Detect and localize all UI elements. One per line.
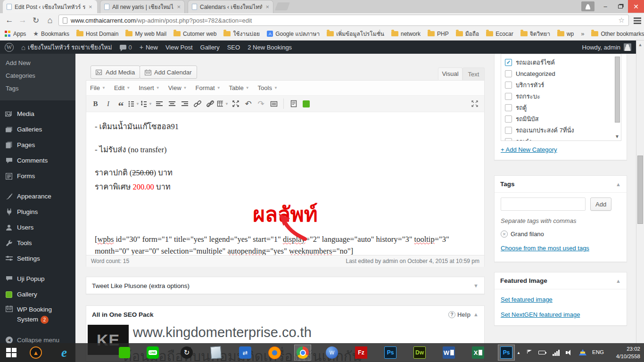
undo-button[interactable]: ↶ [242, 98, 254, 110]
taskbar-filezilla[interactable]: Fz [355, 346, 368, 359]
collapse-toggle-icon[interactable]: ▼ [473, 283, 479, 288]
set-nextgen-featured-image-link[interactable]: Set NextGEN featured image [501, 311, 580, 318]
taskbar-green-app[interactable] [118, 346, 131, 359]
profile-button[interactable] [581, 1, 594, 11]
checkbox[interactable] [505, 82, 512, 89]
network-signal-icon[interactable] [553, 350, 560, 356]
seo-help-button[interactable]: ? Help ▲ [448, 311, 479, 318]
sidebar-item-galleries[interactable]: Galleries [0, 122, 75, 137]
bookmark-folder-host-domain[interactable]: Host Domain [76, 31, 118, 37]
google-drive-icon[interactable] [579, 349, 586, 355]
bookmark-google-translate[interactable]: AGoogle แปลภาษา [267, 29, 320, 38]
new-content-menu[interactable]: +New [140, 43, 158, 51]
tab-close-icon[interactable]: × [177, 4, 181, 10]
checkbox-checked[interactable]: ✓ [505, 59, 512, 66]
sidebar-item-add-new[interactable]: Add New [0, 57, 75, 69]
bookmark-folder-ecocar[interactable]: Ecocar [486, 31, 513, 37]
category-list-scrollbar[interactable] [615, 57, 620, 123]
sidebar-item-wp-booking-system[interactable]: WP Booking System2 [0, 302, 75, 325]
taskbar-firefox[interactable] [268, 346, 281, 359]
collapse-toggle-icon[interactable]: ▲ [473, 312, 479, 317]
unlink-button[interactable] [204, 98, 216, 110]
numbered-list-button[interactable]: ▼ [140, 98, 152, 110]
category-checklist[interactable]: ✓รถมอเตอร์ไซค์ Uncategorized บริการทัวร์… [501, 54, 621, 141]
align-center-button[interactable] [166, 98, 178, 110]
sidebar-item-gallery[interactable]: Gallery [0, 287, 75, 302]
bookmark-folder-network[interactable]: network [391, 31, 421, 37]
italic-button[interactable]: I [102, 98, 114, 110]
tab-close-icon[interactable]: × [265, 4, 269, 10]
taskbar-word[interactable]: W [442, 346, 455, 359]
link-button[interactable] [191, 98, 203, 110]
bookmark-folder-promotion[interactable]: เพิ่มข้อมูลโปรโมชั่น [327, 29, 384, 38]
window-close-button[interactable]: ✕ [628, 0, 644, 13]
preview-doc-button[interactable] [288, 98, 299, 110]
wp-logo-menu[interactable]: W [5, 43, 14, 52]
taskbar-notepad[interactable] [209, 346, 223, 359]
menu-format[interactable]: Format▼ [196, 84, 221, 91]
bookmark-folder-php[interactable]: PHP [428, 31, 449, 37]
table-button[interactable]: ▼ [217, 98, 229, 110]
bookmarks-overflow-chevron[interactable]: » [581, 30, 584, 37]
scroll-down-icon[interactable]: ▼ [615, 134, 619, 139]
checkbox[interactable] [505, 93, 512, 100]
checkbox[interactable] [505, 115, 512, 123]
bookmark-apps[interactable]: Apps [5, 31, 26, 37]
menu-icon[interactable] [634, 17, 641, 19]
site-name-menu[interactable]: ⌂เชียงใหม่ไทหัวร์ รถเช่าเชียงใหม่ [21, 42, 112, 52]
checkbox[interactable] [505, 104, 512, 111]
taskbar-dreamweaver[interactable]: Dw [413, 346, 426, 359]
sidebar-item-forms[interactable]: Forms [0, 168, 75, 184]
sidebar-item-uji-popup[interactable]: Uji Popup [0, 271, 75, 287]
bookings-menu[interactable]: 2 New Bookings [248, 44, 292, 51]
add-new-category-link[interactable]: + Add New Category [501, 146, 557, 153]
green-shortcode-button[interactable] [300, 98, 312, 110]
remove-tag-icon[interactable]: ✕ [501, 230, 508, 238]
browser-tab-all-new-yaris[interactable]: All new yaris | เชียงใหม่ไทหั × [100, 0, 185, 13]
bookmark-folder-my-web-mail[interactable]: My web Mail [125, 31, 166, 37]
tab-close-icon[interactable]: × [89, 4, 92, 10]
editor-tab-visual[interactable]: Visual [438, 67, 462, 80]
sidebar-item-media[interactable]: Media [0, 106, 75, 122]
bookmark-folder-frequent[interactable]: ใช้งานบ่อย [223, 29, 260, 38]
category-row[interactable]: รถเก๋ง [501, 136, 621, 141]
taskbar-chrome-active[interactable] [294, 345, 311, 361]
volume-icon[interactable] [568, 350, 570, 355]
blockquote-button[interactable]: “ [115, 98, 127, 110]
home-icon[interactable]: ⌂ [44, 15, 56, 26]
battery-icon[interactable] [538, 351, 545, 354]
sidebar-item-comments[interactable]: Comments [0, 153, 75, 168]
clock[interactable]: 23:02 4/10/2558 [611, 345, 640, 360]
category-row[interactable]: รถตู้ [501, 102, 621, 113]
page-scrollbar[interactable]: ▲ [636, 41, 644, 362]
sidebar-item-appearance[interactable]: Appearance [0, 189, 75, 204]
reload-icon[interactable]: ↻ [30, 15, 41, 26]
other-bookmarks[interactable]: Other bookmarks [591, 31, 644, 37]
menu-insert[interactable]: Insert▼ [139, 84, 159, 91]
bookmark-folder-psychology[interactable]: จิตวิทยา [520, 29, 550, 38]
menu-view[interactable]: View▼ [168, 84, 187, 91]
tag-input[interactable] [501, 197, 586, 211]
comments-menu[interactable]: 0 [120, 44, 132, 51]
bookmark-folder-mobile[interactable]: มือถือ [456, 29, 479, 38]
category-row[interactable]: ✓รถมอเตอร์ไซค์ [501, 57, 621, 68]
browser-tab-edit-post[interactable]: Edit Post ‹ เชียงใหม่ไทหัวร์ ร × [3, 0, 97, 13]
taskbar-aimp[interactable]: ▲ [29, 346, 42, 359]
collapse-toggle-icon[interactable]: ▲ [616, 181, 621, 187]
align-right-button[interactable] [179, 98, 190, 110]
distraction-free-button[interactable] [230, 98, 241, 110]
category-row[interactable]: รถมินิบัส [501, 113, 621, 124]
taskbar-photoshop-active[interactable]: Ps [498, 345, 515, 361]
window-restore-button[interactable] [613, 0, 628, 13]
gallery-menu[interactable]: Gallery [200, 44, 220, 51]
category-row[interactable]: Uncategorized [501, 68, 621, 79]
window-minimize-button[interactable]: – [598, 0, 613, 13]
bookmark-star-icon[interactable]: ☆ [619, 16, 625, 25]
category-row[interactable]: รถกระบะ [501, 90, 621, 102]
bookmark-bookmarks[interactable]: ★ Bookmarks [33, 30, 69, 37]
sidebar-item-settings[interactable]: Settings [0, 251, 75, 266]
taskbar-blue-app[interactable]: W [325, 346, 339, 359]
bookmark-folder-wp[interactable]: wp [557, 31, 574, 37]
add-tag-button[interactable]: Add [590, 197, 611, 211]
avatar[interactable] [624, 43, 631, 51]
